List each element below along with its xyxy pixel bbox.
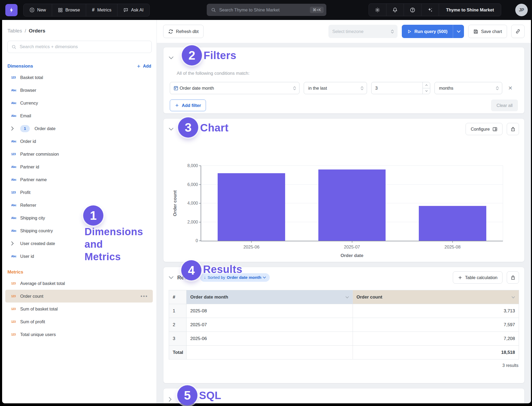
configure-chart-button[interactable]: Configure bbox=[466, 123, 503, 135]
results-table: # Order date month Order count bbox=[169, 290, 519, 359]
help-button[interactable] bbox=[404, 4, 421, 16]
global-search-input[interactable]: Search Thyme to Shine Market ⌘+K bbox=[207, 4, 326, 16]
results-title: Results bbox=[177, 275, 196, 281]
sidebar-item-partner-name[interactable]: AbcPartner name bbox=[5, 173, 153, 186]
filters-header bbox=[163, 47, 524, 64]
table-calculation-button[interactable]: Table calculation bbox=[453, 271, 503, 284]
filter-value-input[interactable]: 3 bbox=[371, 82, 430, 94]
sidebar-item-user-created-date[interactable]: User created date bbox=[5, 237, 153, 250]
expand-sql-icon[interactable] bbox=[169, 397, 176, 402]
sidebar-item-order-id[interactable]: AbcOrder id bbox=[5, 135, 153, 148]
run-query-label: Run query (500) bbox=[414, 29, 447, 34]
export-chart-button[interactable] bbox=[507, 123, 519, 135]
timezone-select[interactable]: Select timezone bbox=[328, 25, 398, 38]
nav-item-metrics[interactable]: # Metrics bbox=[86, 4, 117, 16]
refresh-dbt-button[interactable]: Refresh dbt bbox=[163, 25, 204, 38]
y-axis-title: Order count bbox=[172, 190, 178, 216]
nav-item-label: Ask AI bbox=[131, 7, 143, 13]
sidebar-item-sum-of-profit[interactable]: 123Sum of profit bbox=[5, 315, 153, 328]
field-label: Partner id bbox=[20, 164, 39, 169]
org-switcher[interactable]: Thyme to Shine Market bbox=[439, 4, 501, 16]
filter-operator-select[interactable]: in the last bbox=[304, 82, 367, 94]
total-spacer bbox=[187, 346, 353, 359]
run-query-options-button[interactable] bbox=[453, 25, 464, 38]
sidebar-item-user-id[interactable]: AbcUser id bbox=[5, 250, 153, 263]
user-avatar[interactable]: JP bbox=[515, 4, 528, 16]
breadcrumb: Tables / Orders bbox=[7, 28, 152, 34]
sidebar-item-basket-total[interactable]: 123Basket total bbox=[5, 71, 153, 84]
table-calculation-label: Table calculation bbox=[465, 275, 497, 280]
chart-bar-2025-07[interactable] bbox=[318, 169, 386, 241]
top-navbar: New Browse # Metrics Ask AI Search Thyme… bbox=[0, 0, 532, 20]
chart-bar-2025-06[interactable] bbox=[218, 173, 285, 241]
share-link-button[interactable] bbox=[511, 25, 525, 38]
app-window: New Browse # Metrics Ask AI Search Thyme… bbox=[0, 0, 532, 406]
field-label: Order id bbox=[20, 139, 36, 144]
save-chart-button[interactable]: Save chart bbox=[468, 25, 507, 38]
sidebar-item-sum-of-basket-total[interactable]: 123Sum of basket total bbox=[5, 303, 153, 315]
sidebar-item-order-count[interactable]: 123Order count••• bbox=[5, 290, 153, 303]
add-label: Add bbox=[143, 64, 151, 69]
sidebar-item-total-unique-users[interactable]: 123Total unique users bbox=[5, 328, 153, 341]
sidebar-item-partner-id[interactable]: AbcPartner id bbox=[5, 160, 153, 173]
ai-sparkles-button[interactable] bbox=[421, 4, 439, 16]
filter-field-value: Order date month bbox=[180, 86, 293, 91]
app-logo[interactable] bbox=[5, 4, 18, 16]
filter-field-select[interactable]: Order date month bbox=[170, 82, 299, 94]
string-field-icon: Abc bbox=[11, 89, 20, 92]
filter-unit-select[interactable]: months bbox=[434, 82, 502, 94]
stepper-down-button[interactable] bbox=[423, 88, 430, 94]
collapse-results-icon[interactable] bbox=[169, 276, 176, 279]
cell-order-date-month[interactable]: 2025-08 bbox=[187, 304, 353, 318]
y-axis-tick bbox=[199, 203, 201, 204]
sidebar-item-profit[interactable]: 123Profit bbox=[5, 186, 153, 199]
nav-item-browse[interactable]: Browse bbox=[52, 4, 86, 16]
sidebar-item-shipping-city[interactable]: AbcShipping city bbox=[5, 212, 153, 224]
cell-order-count[interactable]: 7,597 bbox=[353, 318, 519, 332]
sidebar-item-browser[interactable]: AbcBrowser bbox=[5, 84, 153, 97]
nav-item-ask-ai[interactable]: Ask AI bbox=[117, 4, 149, 16]
chart-bar-2025-08[interactable] bbox=[419, 206, 486, 241]
settings-button[interactable] bbox=[369, 4, 386, 16]
stepper-up-button[interactable] bbox=[423, 82, 430, 88]
sidebar-item-email[interactable]: AbcEmail bbox=[5, 109, 153, 122]
sidebar-item-order-date[interactable]: 1Order date bbox=[5, 122, 153, 135]
notifications-button[interactable] bbox=[386, 4, 404, 16]
sorted-prefix: Sorted by bbox=[208, 275, 225, 280]
sidebar-item-currency[interactable]: AbcCurrency bbox=[5, 97, 153, 109]
fields-search-input[interactable]: Search metrics + dimensions bbox=[7, 41, 152, 53]
more-options-icon[interactable]: ••• bbox=[141, 293, 148, 299]
export-results-button[interactable] bbox=[507, 271, 519, 284]
collapse-chart-icon[interactable] bbox=[169, 128, 176, 131]
field-label: Currency bbox=[20, 101, 38, 106]
cell-order-count[interactable]: 3,713 bbox=[353, 304, 519, 318]
number-field-icon: 123 bbox=[11, 282, 20, 285]
run-query-split-button: Run query (500) bbox=[402, 25, 464, 38]
cell-order-count[interactable]: 7,208 bbox=[353, 332, 519, 346]
field-label: Shipping country bbox=[20, 228, 53, 233]
dimensions-list: 123Basket totalAbcBrowserAbcCurrencyAbcE… bbox=[2, 71, 157, 263]
cell-order-date-month[interactable]: 2025-06 bbox=[187, 332, 353, 346]
sorted-by-chip[interactable]: ↓ Sorted by Order date month bbox=[200, 273, 270, 282]
remove-filter-button[interactable]: ✕ bbox=[506, 85, 514, 91]
collapse-filters-icon[interactable] bbox=[169, 56, 176, 59]
cell-order-date-month[interactable]: 2025-07 bbox=[187, 318, 353, 332]
clear-all-button[interactable]: Clear all bbox=[491, 100, 518, 111]
explorer-toolbar: Refresh dbt Select timezone Run query ( bbox=[157, 20, 531, 43]
refresh-dbt-label: Refresh dbt bbox=[176, 29, 199, 34]
sidebar-item-partner-commission[interactable]: 123Partner commission bbox=[5, 148, 153, 160]
breadcrumb-parent[interactable]: Tables bbox=[7, 28, 22, 34]
field-label: User id bbox=[20, 254, 34, 259]
filter-operator-value: in the last bbox=[308, 86, 361, 91]
add-dimension-button[interactable]: Add bbox=[137, 64, 151, 69]
x-axis-tick bbox=[352, 241, 352, 243]
column-header-order-date-month[interactable]: Order date month bbox=[187, 290, 353, 304]
sidebar-item-referrer[interactable]: AbcReferrer bbox=[5, 199, 153, 212]
column-header-order-count[interactable]: Order count bbox=[353, 290, 519, 304]
sidebar-item-average-of-basket-total[interactable]: 123Average of basket total bbox=[5, 277, 153, 290]
run-query-button[interactable]: Run query (500) bbox=[402, 25, 453, 38]
nav-item-new[interactable]: New bbox=[24, 4, 52, 16]
sidebar-item-shipping-country[interactable]: AbcShipping country bbox=[5, 224, 153, 237]
add-filter-button[interactable]: Add filter bbox=[170, 100, 206, 111]
share-export-icon bbox=[510, 127, 516, 132]
